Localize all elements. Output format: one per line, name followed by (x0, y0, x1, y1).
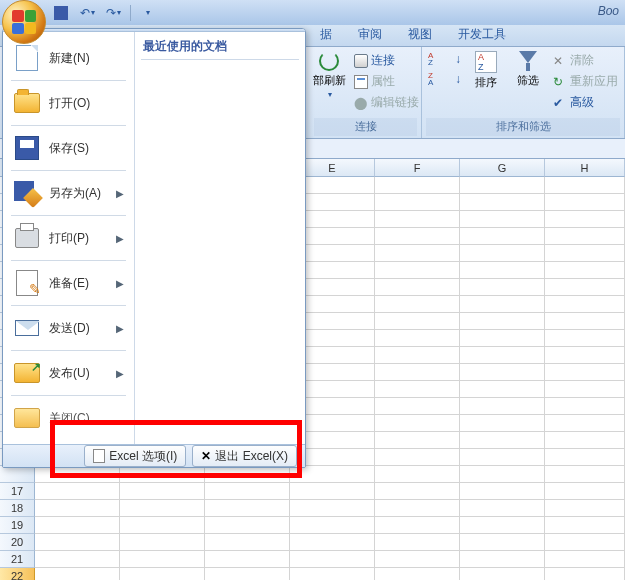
cell[interactable] (545, 347, 625, 364)
qat-undo-button[interactable]: ↶▾ (76, 3, 98, 23)
office-button[interactable] (2, 0, 46, 44)
row-header[interactable]: 20 (0, 534, 35, 551)
cell[interactable] (545, 551, 625, 568)
cell[interactable] (545, 211, 625, 228)
cell[interactable] (460, 262, 545, 279)
column-header[interactable]: G (460, 159, 545, 177)
cell[interactable] (460, 381, 545, 398)
cell[interactable] (120, 551, 205, 568)
row-header[interactable]: 21 (0, 551, 35, 568)
cell[interactable] (375, 551, 460, 568)
cell[interactable] (375, 415, 460, 432)
cell[interactable] (545, 279, 625, 296)
cell[interactable] (375, 517, 460, 534)
cell[interactable] (460, 551, 545, 568)
cell[interactable] (545, 466, 625, 483)
cell[interactable] (375, 466, 460, 483)
cell[interactable] (460, 228, 545, 245)
cell[interactable] (375, 245, 460, 262)
cell[interactable] (290, 483, 375, 500)
cell[interactable] (375, 194, 460, 211)
cell[interactable] (205, 551, 290, 568)
cell[interactable] (290, 517, 375, 534)
column-header[interactable]: H (545, 159, 625, 177)
clear-button[interactable]: ✕清除 (551, 51, 620, 70)
cell[interactable] (35, 568, 120, 580)
exit-excel-button[interactable]: ✕退出 Excel(X) (192, 445, 297, 467)
cell[interactable] (375, 483, 460, 500)
cell[interactable] (375, 262, 460, 279)
cell[interactable] (545, 177, 625, 194)
qat-save-button[interactable] (50, 3, 72, 23)
cell[interactable] (460, 296, 545, 313)
sort-button[interactable]: 排序 (467, 51, 505, 90)
cell[interactable] (375, 381, 460, 398)
cell[interactable] (290, 568, 375, 580)
cell[interactable] (460, 500, 545, 517)
cell[interactable] (460, 432, 545, 449)
cell[interactable] (460, 279, 545, 296)
edit-links-button[interactable]: ⬤编辑链接 (352, 93, 421, 112)
cell[interactable] (460, 364, 545, 381)
cell[interactable] (460, 415, 545, 432)
cell[interactable] (375, 177, 460, 194)
sort-desc-button[interactable]: ↓ (426, 71, 463, 87)
cell[interactable] (290, 534, 375, 551)
cell[interactable] (120, 483, 205, 500)
cell[interactable] (120, 517, 205, 534)
tab-review[interactable]: 审阅 (348, 23, 392, 46)
cell[interactable] (375, 568, 460, 580)
cell[interactable] (35, 466, 120, 483)
cell[interactable] (375, 500, 460, 517)
cell[interactable] (460, 177, 545, 194)
row-header[interactable]: 18 (0, 500, 35, 517)
menu-save[interactable]: 保存(S) (7, 128, 130, 168)
cell[interactable] (460, 483, 545, 500)
menu-new[interactable]: 新建(N) (7, 38, 130, 78)
cell[interactable] (375, 432, 460, 449)
tab-developer[interactable]: 开发工具 (448, 23, 516, 46)
cell[interactable] (545, 500, 625, 517)
refresh-all-button[interactable]: 部刷新 ▾ (310, 51, 348, 99)
cell[interactable] (545, 313, 625, 330)
cell[interactable] (460, 313, 545, 330)
row-header[interactable] (0, 466, 35, 483)
menu-open[interactable]: 打开(O) (7, 83, 130, 123)
cell[interactable] (375, 449, 460, 466)
cell[interactable] (375, 534, 460, 551)
cell[interactable] (375, 347, 460, 364)
cell[interactable] (545, 194, 625, 211)
qat-customize-button[interactable]: ▾ (137, 3, 159, 23)
cell[interactable] (460, 534, 545, 551)
cell[interactable] (460, 194, 545, 211)
sort-asc-button[interactable]: ↓ (426, 51, 463, 67)
cell[interactable] (35, 500, 120, 517)
connections-button[interactable]: 连接 (352, 51, 421, 70)
properties-button[interactable]: 属性 (352, 72, 421, 91)
tab-data[interactable]: 据 (310, 23, 342, 46)
cell[interactable] (545, 415, 625, 432)
cell[interactable] (545, 483, 625, 500)
cell[interactable] (375, 228, 460, 245)
cell[interactable] (375, 211, 460, 228)
cell[interactable] (205, 483, 290, 500)
cell[interactable] (205, 517, 290, 534)
cell[interactable] (460, 466, 545, 483)
menu-publish[interactable]: 发布(U)▶ (7, 353, 130, 393)
cell[interactable] (375, 296, 460, 313)
cell[interactable] (120, 500, 205, 517)
cell[interactable] (35, 534, 120, 551)
row-header[interactable]: 17 (0, 483, 35, 500)
cell[interactable] (205, 466, 290, 483)
cell[interactable] (205, 534, 290, 551)
cell[interactable] (545, 432, 625, 449)
cell[interactable] (35, 483, 120, 500)
column-header[interactable]: F (375, 159, 460, 177)
excel-options-button[interactable]: Excel 选项(I) (84, 445, 186, 467)
reapply-button[interactable]: ↻重新应用 (551, 72, 620, 91)
cell[interactable] (545, 381, 625, 398)
cell[interactable] (545, 245, 625, 262)
cell[interactable] (460, 211, 545, 228)
menu-save-as[interactable]: 另存为(A)▶ (7, 173, 130, 213)
cell[interactable] (290, 551, 375, 568)
